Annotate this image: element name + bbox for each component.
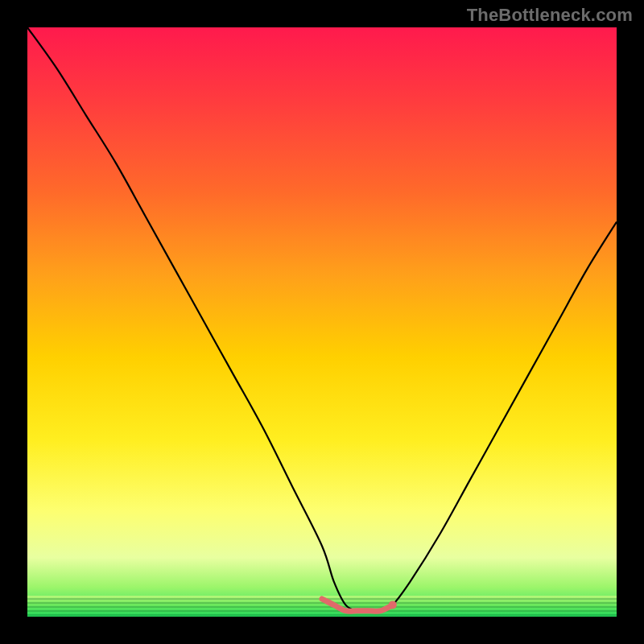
bottleneck-curve-path: [27, 27, 617, 611]
optimal-band: [27, 596, 617, 617]
watermark-text: TheBottleneck.com: [467, 5, 633, 26]
plot-area: [27, 27, 617, 617]
chart-frame: TheBottleneck.com: [0, 0, 644, 644]
chart-svg: [27, 27, 617, 617]
